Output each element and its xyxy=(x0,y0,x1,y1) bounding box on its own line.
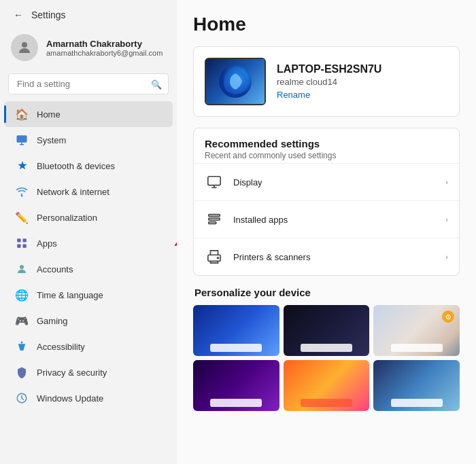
sidebar-item-apps-label: Apps xyxy=(37,238,57,249)
wallpaper-2[interactable] xyxy=(284,305,370,356)
settings-title: Settings xyxy=(31,10,66,20)
time-icon: 🌐 xyxy=(15,288,29,302)
sidebar-item-gaming[interactable]: 🎮 Gaming xyxy=(4,308,173,334)
page-title: Home xyxy=(193,14,460,35)
search-input[interactable] xyxy=(8,73,169,94)
personalize-section: Personalize your device ⊙ xyxy=(193,287,460,411)
sidebar-item-time[interactable]: 🌐 Time & language xyxy=(4,282,173,308)
search-icon: 🔍 xyxy=(151,79,162,89)
sidebar-item-home-label: Home xyxy=(37,109,61,120)
wallpaper-1[interactable] xyxy=(193,305,279,356)
update-icon xyxy=(15,391,29,405)
wp1-taskbar xyxy=(210,344,262,352)
sidebar-item-network-label: Network & internet xyxy=(37,187,109,197)
system-icon xyxy=(15,133,29,147)
svg-point-11 xyxy=(21,342,23,344)
sidebar-item-system[interactable]: System xyxy=(4,127,173,153)
accounts-icon xyxy=(15,262,29,276)
printers-icon xyxy=(205,247,224,266)
recommended-header: Recommended settings Recent and commonly… xyxy=(194,128,459,163)
svg-point-10 xyxy=(20,265,24,269)
personalization-icon: ✏️ xyxy=(15,211,29,224)
installed-apps-icon xyxy=(205,210,224,229)
main-content: Home LAPTOP-ES xyxy=(177,0,476,464)
user-profile[interactable]: Amarnath Chakraborty amarnathchakraborty… xyxy=(0,27,177,71)
apps-wrapper: Apps xyxy=(0,230,177,256)
printers-row[interactable]: Printers & scanners › xyxy=(194,238,459,275)
sidebar-item-apps[interactable]: Apps xyxy=(4,230,173,256)
svg-rect-14 xyxy=(208,177,220,185)
sidebar-header: ← Settings xyxy=(0,0,177,27)
display-row[interactable]: Display › xyxy=(194,163,459,200)
wallpaper-4[interactable] xyxy=(193,360,279,411)
sidebar-item-personalization-label: Personalization xyxy=(37,213,97,223)
svg-rect-19 xyxy=(209,222,216,224)
display-icon xyxy=(205,173,224,192)
svg-rect-8 xyxy=(23,245,27,248)
sidebar-item-accounts[interactable]: Accounts xyxy=(4,256,173,282)
recommended-section: Recommended settings Recent and commonly… xyxy=(193,128,460,276)
wp3-taskbar xyxy=(391,344,443,352)
windows-logo xyxy=(215,61,256,102)
svg-point-21 xyxy=(218,257,219,259)
sidebar-item-home[interactable]: 🏠 Home xyxy=(4,101,173,127)
sidebar-item-accessibility[interactable]: Accessibility xyxy=(4,334,173,359)
display-chevron: › xyxy=(445,178,448,186)
apps-icon xyxy=(15,236,29,250)
recommended-title: Recommended settings xyxy=(205,138,448,149)
sidebar-item-accessibility-label: Accessibility xyxy=(37,342,85,352)
home-icon: 🏠 xyxy=(15,107,29,121)
wallpaper-grid: ⊙ xyxy=(193,305,460,411)
printers-chevron: › xyxy=(445,253,448,261)
sidebar-item-bluetooth[interactable]: ★ Bluetooth & devices xyxy=(4,153,173,179)
avatar xyxy=(11,34,38,61)
device-thumbnail xyxy=(205,58,266,105)
bluetooth-icon: ★ xyxy=(15,159,29,173)
sidebar-item-system-label: System xyxy=(37,135,66,145)
svg-rect-6 xyxy=(23,238,27,242)
back-button[interactable]: ← xyxy=(11,8,26,22)
sidebar-item-privacy-label: Privacy & security xyxy=(37,368,107,378)
sidebar-item-privacy[interactable]: Privacy & security xyxy=(4,359,173,385)
gaming-icon: 🎮 xyxy=(15,314,29,327)
wp6-taskbar xyxy=(391,399,443,407)
privacy-icon xyxy=(15,365,29,379)
sidebar-item-gaming-label: Gaming xyxy=(37,316,68,326)
sidebar-item-time-label: Time & language xyxy=(37,290,103,300)
sidebar-item-personalization[interactable]: ✏️ Personalization xyxy=(4,204,173,230)
wp2-taskbar xyxy=(301,344,352,352)
user-email: amarnathchakraborty6@gmail.com xyxy=(46,49,163,57)
user-info: Amarnath Chakraborty amarnathchakraborty… xyxy=(46,39,163,57)
wallpaper-6[interactable] xyxy=(373,360,460,411)
nav-home-wrapper: 🏠 Home xyxy=(0,101,177,127)
wallpaper-5[interactable] xyxy=(284,360,370,411)
sidebar-item-update-label: Windows Update xyxy=(37,393,103,404)
wp4-taskbar xyxy=(210,399,262,407)
sidebar-item-accounts-label: Accounts xyxy=(37,264,73,274)
sidebar-item-bluetooth-label: Bluetooth & devices xyxy=(37,161,115,171)
sidebar: ← Settings Amarnath Chakraborty amarnath… xyxy=(0,0,177,464)
device-name: LAPTOP-ESH2SN7U xyxy=(277,63,381,75)
svg-rect-17 xyxy=(209,215,220,217)
installed-apps-chevron: › xyxy=(445,215,448,224)
printers-label: Printers & scanners xyxy=(233,252,436,262)
display-label: Display xyxy=(233,177,436,188)
device-info: LAPTOP-ESH2SN7U realme cloud14 Rename xyxy=(277,63,381,100)
svg-point-0 xyxy=(22,42,27,48)
sidebar-item-network[interactable]: Network & internet xyxy=(4,179,173,204)
user-name: Amarnath Chakraborty xyxy=(46,39,163,49)
device-rename-link[interactable]: Rename xyxy=(277,90,310,100)
installed-apps-row[interactable]: Installed apps › xyxy=(194,200,459,238)
wp5-taskbar xyxy=(301,399,352,407)
accessibility-icon xyxy=(15,340,29,353)
recommended-subtitle: Recent and commonly used settings xyxy=(205,151,448,160)
svg-point-4 xyxy=(21,195,22,196)
wallpaper-3[interactable]: ⊙ xyxy=(373,305,460,356)
installed-apps-label: Installed apps xyxy=(233,215,436,225)
svg-rect-18 xyxy=(209,218,220,220)
sidebar-item-update[interactable]: Windows Update xyxy=(4,385,173,411)
device-card: LAPTOP-ESH2SN7U realme cloud14 Rename xyxy=(193,46,460,117)
svg-rect-1 xyxy=(17,135,27,143)
personalize-title: Personalize your device xyxy=(193,287,460,298)
wp3-badge: ⊙ xyxy=(442,310,454,323)
